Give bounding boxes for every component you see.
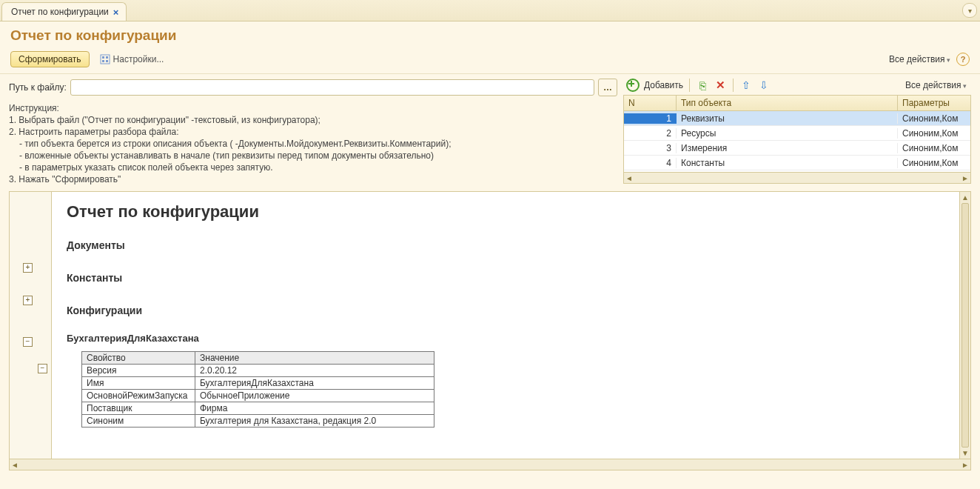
scroll-left-icon[interactable]: ◄ [11,461,19,469]
col-header-property: Свойство [82,352,195,365]
instruction-line: 1. Выбрать файл ("Отчет по конфигурации"… [9,114,617,126]
cell-n: 1 [624,113,677,124]
cell-params: Синоним,Ком [898,158,970,168]
scroll-right-icon[interactable]: ► [961,461,969,469]
settings-button[interactable]: Настройки... [95,53,169,66]
cell-value: 2.0.20.12 [195,365,434,377]
grid-row[interactable]: 3 Измерения Синоним,Ком [624,141,970,156]
col-header-value: Значение [195,352,434,365]
expand-toggle-icon[interactable]: + [23,296,33,305]
cell-property: Синоним [82,415,195,428]
table-row[interactable]: ОсновнойРежимЗапуска ОбычноеПриложение [82,390,434,402]
close-icon[interactable]: × [113,7,119,18]
tab-report[interactable]: Отчет по конфигурации × [1,2,127,21]
grid-row[interactable]: 1 Реквизиты Синоним,Ком [624,111,970,126]
browse-button[interactable]: … [598,79,617,96]
collapse-toggle-icon[interactable]: − [23,337,33,347]
instructions-block: Инструкция: 1. Выбрать файл ("Отчет по к… [9,102,617,185]
cell-property: Поставщик [82,402,195,415]
table-row[interactable]: Поставщик Фирма [82,402,434,415]
all-actions-dropdown[interactable]: Все действия [889,54,950,64]
generate-button[interactable]: Сформировать [10,51,90,67]
page-header: Отчет по конфигурации [0,21,980,48]
instruction-line: 2. Настроить параметры разбора файла: [9,126,617,138]
cell-type: Реквизиты [677,113,898,124]
table-row[interactable]: Имя БухгалтерияДляКазахстана [82,377,434,390]
cell-type: Ресурсы [677,128,898,139]
report-section-documents: Документы [67,239,944,251]
path-label: Путь к файлу: [9,82,67,93]
report-section-configurations: Конфигурации [67,305,944,316]
cell-value: Бухгалтерия для Казахстана, редакция 2.0 [195,415,434,428]
delete-icon[interactable]: ✕ [714,79,727,92]
help-icon[interactable]: ? [956,53,970,66]
report-spreadsheet: + + − − Отчет по конфигурации Документы … [9,191,971,459]
cell-property: Имя [82,377,195,390]
table-header-row: Свойство Значение [82,352,434,365]
toolbar-separator [733,79,734,92]
table-row[interactable]: Синоним Бухгалтерия для Казахстана, реда… [82,415,434,428]
instruction-subline: - вложенные объекты устанавливать в нача… [9,150,617,162]
duplicate-icon[interactable]: ⎘ [696,79,709,92]
report-title: Отчет по конфигурации [67,202,944,222]
col-header-n[interactable]: N [624,96,677,110]
svg-rect-3 [102,60,104,62]
cell-n: 3 [624,143,677,153]
cell-type: Константы [677,158,898,168]
types-grid: N Тип объекта Параметры 1 Реквизиты Сино… [623,95,971,184]
svg-rect-4 [106,60,108,62]
add-label[interactable]: Добавить [644,80,683,90]
svg-rect-2 [106,56,108,59]
grid-body: 1 Реквизиты Синоним,Ком 2 Ресурсы Синони… [624,111,970,172]
table-row[interactable]: Версия 2.0.20.12 [82,365,434,377]
instruction-subline: - тип объекта берется из строки описания… [9,138,617,150]
expand-toggle-icon[interactable]: + [23,263,33,273]
col-header-type[interactable]: Тип объекта [677,96,898,110]
cell-value: БухгалтерияДляКазахстана [195,377,434,390]
settings-label: Настройки... [113,54,164,64]
cell-value: ОбычноеПриложение [195,390,434,402]
report-h-scrollbar[interactable]: ◄ ► [9,459,971,470]
tab-title: Отчет по конфигурации [11,7,109,17]
file-path-input[interactable] [70,79,594,96]
minimize-button[interactable]: ▾ [962,3,977,18]
move-down-icon[interactable]: ⇩ [757,79,771,92]
cell-params: Синоним,Ком [898,128,970,139]
cell-property: Версия [82,365,195,377]
main-toolbar: Сформировать Настройки... Все действия ? [0,48,980,74]
cell-n: 2 [624,128,677,139]
toolbar-separator [689,79,690,92]
instruction-subline: - в параметрых указать список полей объе… [9,162,617,173]
grid-row[interactable]: 2 Ресурсы Синоним,Ком [624,126,970,141]
scroll-up-icon[interactable]: ▲ [961,193,969,202]
report-v-scrollbar[interactable]: ▲ ▼ [959,192,970,459]
scroll-thumb[interactable] [961,203,969,448]
configuration-name: БухгалтерияДляКазахстана [67,333,944,344]
page-title: Отчет по конфигурации [10,27,970,44]
properties-table: Свойство Значение Версия 2.0.20.12 Имя Б… [81,351,434,428]
cell-params: Синоним,Ком [898,143,970,153]
tab-strip: Отчет по конфигурации × ▾ [0,0,980,21]
grid-h-scrollbar[interactable]: ◄ ► [624,172,970,183]
settings-icon [100,54,110,64]
instruction-line: 3. Нажать "Сформировать" [9,173,617,185]
add-icon[interactable] [626,79,640,92]
svg-rect-1 [102,56,104,59]
report-body: Отчет по конфигурации Документы Констант… [52,192,959,459]
scroll-left-icon[interactable]: ◄ [625,174,633,182]
grid-all-actions-dropdown[interactable]: Все действия [905,80,968,90]
report-section-constants: Константы [67,272,944,284]
move-up-icon[interactable]: ⇧ [739,79,753,92]
cell-n: 4 [624,158,677,168]
grid-row[interactable]: 4 Константы Синоним,Ком [624,156,970,170]
scroll-down-icon[interactable]: ▼ [961,449,969,457]
collapse-toggle-icon[interactable]: − [38,364,47,373]
cell-value: Фирма [195,402,434,415]
grid-header: N Тип объекта Параметры [624,96,970,111]
instruction-heading: Инструкция: [9,102,617,114]
cell-type: Измерения [677,143,898,153]
scroll-right-icon[interactable]: ► [961,174,969,182]
cell-property: ОсновнойРежимЗапуска [82,390,195,402]
svg-rect-0 [101,55,110,64]
col-header-params[interactable]: Параметры [898,96,970,110]
